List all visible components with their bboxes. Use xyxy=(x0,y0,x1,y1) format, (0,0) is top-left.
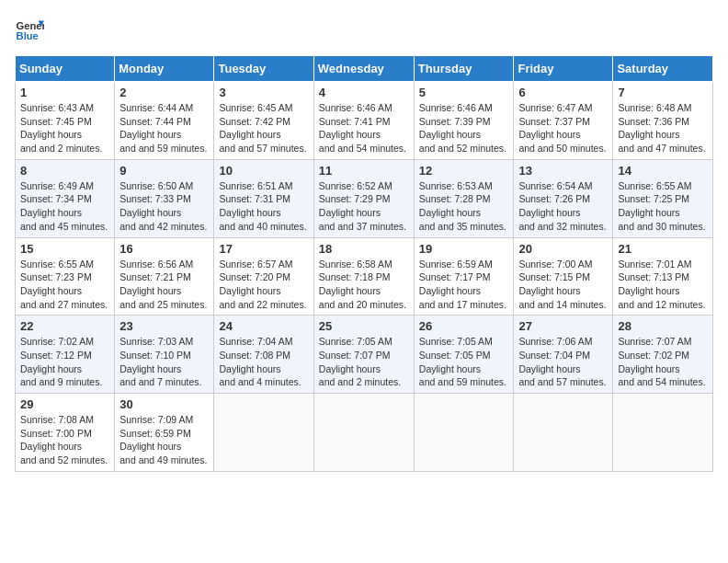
day-number: 20 xyxy=(518,242,608,256)
day-detail: Sunrise: 6:59 AMSunset: 7:17 PMDaylight … xyxy=(419,258,509,312)
day-detail: Sunrise: 6:55 AMSunset: 7:25 PMDaylight … xyxy=(618,179,708,234)
day-detail: Sunrise: 6:55 AMSunset: 7:23 PMDaylight … xyxy=(20,258,109,312)
day-cell: 26 Sunrise: 7:05 AMSunset: 7:05 PMDaylig… xyxy=(414,316,514,394)
day-number: 9 xyxy=(119,164,209,178)
day-detail: Sunrise: 7:02 AMSunset: 7:12 PMDaylight … xyxy=(20,335,109,389)
day-detail: Sunrise: 6:50 AMSunset: 7:33 PMDaylight … xyxy=(119,179,209,234)
day-cell: 6 Sunrise: 6:47 AMSunset: 7:37 PMDayligh… xyxy=(514,82,613,160)
day-number: 27 xyxy=(518,319,608,333)
day-header-sunday: Sunday xyxy=(16,56,115,82)
day-number: 19 xyxy=(419,242,509,256)
day-header-tuesday: Tuesday xyxy=(214,56,313,82)
day-cell: 28 Sunrise: 7:07 AMSunset: 7:02 PMDaylig… xyxy=(613,316,713,394)
day-number: 29 xyxy=(20,397,109,411)
day-cell: 14 Sunrise: 6:55 AMSunset: 7:25 PMDaylig… xyxy=(613,159,713,237)
day-detail: Sunrise: 6:49 AMSunset: 7:34 PMDaylight … xyxy=(20,179,109,234)
day-cell: 21 Sunrise: 7:01 AMSunset: 7:13 PMDaylig… xyxy=(613,237,713,316)
day-cell: 24 Sunrise: 7:04 AMSunset: 7:08 PMDaylig… xyxy=(214,316,313,394)
day-header-thursday: Thursday xyxy=(414,56,514,82)
day-cell xyxy=(214,394,313,472)
day-cell: 16 Sunrise: 6:56 AMSunset: 7:21 PMDaylig… xyxy=(115,237,214,316)
page-header: General Blue xyxy=(15,15,713,44)
day-cell xyxy=(414,394,514,472)
day-cell: 22 Sunrise: 7:02 AMSunset: 7:12 PMDaylig… xyxy=(16,316,115,394)
day-detail: Sunrise: 7:08 AMSunset: 7:00 PMDaylight … xyxy=(20,413,109,467)
day-number: 14 xyxy=(618,164,708,178)
day-number: 16 xyxy=(119,242,209,256)
day-cell: 11 Sunrise: 6:52 AMSunset: 7:29 PMDaylig… xyxy=(313,159,414,237)
day-number: 23 xyxy=(119,319,209,333)
day-cell: 23 Sunrise: 7:03 AMSunset: 7:10 PMDaylig… xyxy=(115,316,214,394)
day-cell: 30 Sunrise: 7:09 AMSunset: 6:59 PMDaylig… xyxy=(115,394,214,472)
day-number: 5 xyxy=(419,86,509,99)
day-cell: 3 Sunrise: 6:45 AMSunset: 7:42 PMDayligh… xyxy=(214,82,313,160)
logo-icon: General Blue xyxy=(15,15,44,44)
day-number: 8 xyxy=(20,164,109,178)
day-number: 24 xyxy=(219,319,308,333)
day-detail: Sunrise: 6:45 AMSunset: 7:42 PMDaylight … xyxy=(219,101,308,155)
day-number: 11 xyxy=(319,164,409,178)
day-detail: Sunrise: 6:51 AMSunset: 7:31 PMDaylight … xyxy=(219,179,308,234)
day-detail: Sunrise: 6:56 AMSunset: 7:21 PMDaylight … xyxy=(119,258,209,312)
day-detail: Sunrise: 7:00 AMSunset: 7:15 PMDaylight … xyxy=(518,258,608,312)
calendar-table: SundayMondayTuesdayWednesdayThursdayFrid… xyxy=(15,55,713,472)
day-detail: Sunrise: 7:05 AMSunset: 7:05 PMDaylight … xyxy=(419,335,509,389)
day-number: 2 xyxy=(119,86,209,99)
svg-text:Blue: Blue xyxy=(17,30,39,41)
day-cell: 4 Sunrise: 6:46 AMSunset: 7:41 PMDayligh… xyxy=(313,82,414,160)
day-cell: 10 Sunrise: 6:51 AMSunset: 7:31 PMDaylig… xyxy=(214,159,313,237)
day-cell: 2 Sunrise: 6:44 AMSunset: 7:44 PMDayligh… xyxy=(115,82,214,160)
day-header-monday: Monday xyxy=(115,56,214,82)
day-number: 12 xyxy=(419,164,509,178)
week-row-5: 29 Sunrise: 7:08 AMSunset: 7:00 PMDaylig… xyxy=(16,394,713,472)
day-detail: Sunrise: 7:05 AMSunset: 7:07 PMDaylight … xyxy=(319,335,409,389)
day-number: 13 xyxy=(518,164,608,178)
day-detail: Sunrise: 6:44 AMSunset: 7:44 PMDaylight … xyxy=(119,101,209,155)
day-cell: 1 Sunrise: 6:43 AMSunset: 7:45 PMDayligh… xyxy=(16,82,115,160)
week-row-1: 1 Sunrise: 6:43 AMSunset: 7:45 PMDayligh… xyxy=(16,82,713,160)
day-header-friday: Friday xyxy=(514,56,613,82)
day-cell xyxy=(514,394,613,472)
day-cell: 5 Sunrise: 6:46 AMSunset: 7:39 PMDayligh… xyxy=(414,82,514,160)
day-number: 18 xyxy=(319,242,409,256)
day-cell: 9 Sunrise: 6:50 AMSunset: 7:33 PMDayligh… xyxy=(115,159,214,237)
day-cell: 13 Sunrise: 6:54 AMSunset: 7:26 PMDaylig… xyxy=(514,159,613,237)
week-row-3: 15 Sunrise: 6:55 AMSunset: 7:23 PMDaylig… xyxy=(16,237,713,316)
day-cell: 25 Sunrise: 7:05 AMSunset: 7:07 PMDaylig… xyxy=(313,316,414,394)
day-cell: 15 Sunrise: 6:55 AMSunset: 7:23 PMDaylig… xyxy=(16,237,115,316)
day-cell: 29 Sunrise: 7:08 AMSunset: 7:00 PMDaylig… xyxy=(16,394,115,472)
day-detail: Sunrise: 6:52 AMSunset: 7:29 PMDaylight … xyxy=(319,179,409,234)
day-detail: Sunrise: 6:46 AMSunset: 7:39 PMDaylight … xyxy=(419,101,509,155)
day-number: 15 xyxy=(20,242,109,256)
day-detail: Sunrise: 6:48 AMSunset: 7:36 PMDaylight … xyxy=(618,101,708,155)
day-detail: Sunrise: 6:53 AMSunset: 7:28 PMDaylight … xyxy=(419,179,509,234)
day-cell: 8 Sunrise: 6:49 AMSunset: 7:34 PMDayligh… xyxy=(16,159,115,237)
logo: General Blue xyxy=(15,15,44,44)
day-detail: Sunrise: 7:07 AMSunset: 7:02 PMDaylight … xyxy=(618,335,708,389)
day-number: 26 xyxy=(419,319,509,333)
day-number: 1 xyxy=(20,86,109,99)
day-detail: Sunrise: 6:57 AMSunset: 7:20 PMDaylight … xyxy=(219,258,308,312)
day-number: 4 xyxy=(319,86,409,99)
day-cell: 17 Sunrise: 6:57 AMSunset: 7:20 PMDaylig… xyxy=(214,237,313,316)
day-detail: Sunrise: 6:58 AMSunset: 7:18 PMDaylight … xyxy=(319,258,409,312)
day-number: 6 xyxy=(518,86,608,99)
day-number: 7 xyxy=(618,86,708,99)
day-header-saturday: Saturday xyxy=(613,56,713,82)
day-number: 21 xyxy=(618,242,708,256)
week-row-2: 8 Sunrise: 6:49 AMSunset: 7:34 PMDayligh… xyxy=(16,159,713,237)
day-detail: Sunrise: 7:01 AMSunset: 7:13 PMDaylight … xyxy=(618,258,708,312)
day-cell: 20 Sunrise: 7:00 AMSunset: 7:15 PMDaylig… xyxy=(514,237,613,316)
day-detail: Sunrise: 6:46 AMSunset: 7:41 PMDaylight … xyxy=(319,101,409,155)
day-cell xyxy=(613,394,713,472)
day-number: 22 xyxy=(20,319,109,333)
day-cell xyxy=(313,394,414,472)
day-number: 17 xyxy=(219,242,308,256)
day-detail: Sunrise: 6:47 AMSunset: 7:37 PMDaylight … xyxy=(518,101,608,155)
day-detail: Sunrise: 7:06 AMSunset: 7:04 PMDaylight … xyxy=(518,335,608,389)
day-detail: Sunrise: 6:54 AMSunset: 7:26 PMDaylight … xyxy=(518,179,608,234)
day-detail: Sunrise: 7:03 AMSunset: 7:10 PMDaylight … xyxy=(119,335,209,389)
day-cell: 27 Sunrise: 7:06 AMSunset: 7:04 PMDaylig… xyxy=(514,316,613,394)
day-cell: 18 Sunrise: 6:58 AMSunset: 7:18 PMDaylig… xyxy=(313,237,414,316)
day-header-wednesday: Wednesday xyxy=(313,56,414,82)
